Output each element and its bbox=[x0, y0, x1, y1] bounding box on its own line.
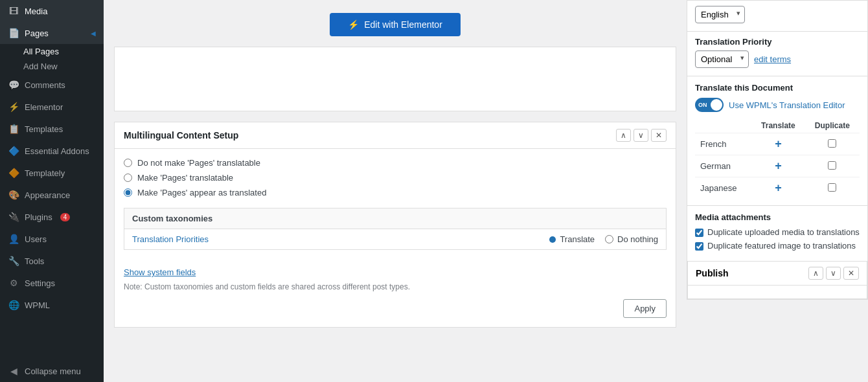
sidebar-item-label: Comments bbox=[25, 80, 65, 90]
duplicate-featured-checkbox[interactable] bbox=[695, 242, 703, 251]
radio-appear-translated-input[interactable] bbox=[124, 188, 132, 197]
duplicate-checkbox-german[interactable] bbox=[828, 161, 836, 170]
mlcs-down-button[interactable]: ∨ bbox=[634, 129, 648, 142]
right-panel: English Translation Priority Optional ed… bbox=[687, 0, 868, 382]
duplicate-media-label: Duplicate uploaded media to translations bbox=[707, 227, 860, 237]
mlcs-up-button[interactable]: ∧ bbox=[616, 129, 631, 142]
elementor-button-area: ⚡ Edit with Elementor bbox=[114, 8, 676, 47]
sidebar: 🎞 Media 📄 Pages ◀ All Pages Add New 💬 Co… bbox=[0, 0, 104, 382]
plus-icon-japanese[interactable]: + bbox=[775, 181, 782, 194]
tax-nothing-option[interactable]: Do nothing bbox=[605, 234, 658, 244]
publish-down-button[interactable]: ∨ bbox=[826, 267, 841, 280]
duplicate-checkbox-french[interactable] bbox=[828, 139, 836, 148]
language-select-wrap: English bbox=[695, 6, 745, 23]
priority-select[interactable]: Optional bbox=[695, 51, 749, 68]
sidebar-collapse-menu[interactable]: ◀ Collapse menu bbox=[0, 360, 104, 382]
mlcs-note: Note: Custom taxonomies and custom field… bbox=[124, 282, 667, 291]
wpml-toggle[interactable]: ON bbox=[695, 98, 724, 112]
lang-cell-french: French bbox=[695, 133, 751, 155]
duplicate-featured-label: Duplicate featured image to translations bbox=[707, 241, 856, 251]
sidebar-item-templates[interactable]: 📋 Templates bbox=[0, 118, 104, 140]
publish-close-button[interactable]: ✕ bbox=[843, 267, 859, 280]
sidebar-sub-all-pages[interactable]: All Pages bbox=[0, 44, 104, 59]
sidebar-item-plugins[interactable]: 🔌 Plugins 4 bbox=[0, 206, 104, 228]
publish-controls: ∧ ∨ ✕ bbox=[808, 267, 859, 280]
duplicate-cell-german bbox=[805, 155, 860, 177]
tax-translate-label: Translate bbox=[560, 234, 595, 244]
sidebar-item-comments[interactable]: 💬 Comments bbox=[0, 74, 104, 96]
sidebar-item-label: Tools bbox=[25, 256, 44, 266]
radio-not-translatable-input[interactable] bbox=[124, 159, 132, 167]
table-row: French + bbox=[695, 133, 860, 155]
sidebar-item-appearance[interactable]: 🎨 Appearance bbox=[0, 184, 104, 206]
custom-tax-header: Custom taxonomies bbox=[124, 208, 666, 229]
language-select[interactable]: English bbox=[695, 6, 745, 23]
table-row: Japanese + bbox=[695, 177, 860, 199]
custom-tax-title: Custom taxonomies bbox=[132, 214, 212, 223]
sidebar-item-tools[interactable]: 🔧 Tools bbox=[0, 250, 104, 272]
rpanel-section: English Translation Priority Optional ed… bbox=[687, 0, 868, 300]
lang-cell-german: German bbox=[695, 155, 751, 177]
sidebar-item-label: Elementor bbox=[25, 102, 63, 112]
lang-cell-japanese: Japanese bbox=[695, 177, 751, 199]
main-content: ⚡ Edit with Elementor Multilingual Conte… bbox=[104, 0, 687, 382]
sidebar-item-label: Essential Addons bbox=[25, 146, 89, 156]
sidebar-item-pages[interactable]: 📄 Pages ◀ bbox=[0, 22, 104, 44]
sidebar-item-users[interactable]: 👤 Users bbox=[0, 228, 104, 250]
edit-with-elementor-button[interactable]: ⚡ Edit with Elementor bbox=[330, 13, 461, 36]
radio-not-translatable[interactable]: Do not make 'Pages' translatable bbox=[124, 158, 667, 168]
elementor-btn-icon: ⚡ bbox=[348, 19, 359, 30]
show-system-fields-link[interactable]: Show system fields bbox=[124, 267, 667, 277]
mlcs-controls: ∧ ∨ ✕ bbox=[616, 129, 667, 142]
duplicate-cell-french bbox=[805, 133, 860, 155]
tax-translate-option[interactable]: Translate bbox=[549, 234, 595, 244]
duplicate-media-option[interactable]: Duplicate uploaded media to translations bbox=[695, 227, 860, 237]
plus-icon-german[interactable]: + bbox=[775, 159, 782, 172]
mlcs-body: Do not make 'Pages' translatable Make 'P… bbox=[115, 149, 676, 327]
toggle-text: Use WPML's Translation Editor bbox=[729, 100, 845, 110]
users-icon: 👤 bbox=[8, 233, 19, 245]
collapse-icon: ◀ bbox=[8, 365, 19, 377]
sidebar-item-label: WPML bbox=[25, 300, 50, 310]
pages-arrow-icon: ◀ bbox=[91, 30, 96, 37]
radio-translatable[interactable]: Make 'Pages' translatable bbox=[124, 173, 667, 183]
duplicate-media-checkbox[interactable] bbox=[695, 229, 703, 237]
appearance-icon: 🎨 bbox=[8, 189, 19, 201]
wpml-icon: 🌐 bbox=[8, 299, 19, 311]
duplicate-featured-option[interactable]: Duplicate featured image to translations bbox=[695, 241, 860, 251]
translate-cell-french: + bbox=[751, 133, 805, 155]
toggle-knob bbox=[711, 99, 722, 111]
tax-nothing-input[interactable] bbox=[605, 235, 613, 243]
tax-translate-dot bbox=[549, 236, 556, 243]
sidebar-item-label: Templates bbox=[25, 124, 63, 134]
duplicate-checkbox-japanese[interactable] bbox=[828, 183, 836, 192]
priority-select-wrap: Optional bbox=[695, 51, 749, 68]
sidebar-sub-add-new[interactable]: Add New bbox=[0, 59, 104, 74]
duplicate-col-header: Duplicate bbox=[805, 118, 860, 133]
plus-icon-french[interactable]: + bbox=[775, 137, 782, 150]
translation-priority-label: Translation Priority bbox=[695, 37, 860, 47]
sidebar-item-wpml[interactable]: 🌐 WPML bbox=[0, 294, 104, 316]
publish-section: Publish ∧ ∨ ✕ bbox=[687, 261, 867, 299]
mlcs-close-button[interactable]: ✕ bbox=[651, 129, 667, 142]
edit-terms-link[interactable]: edit terms bbox=[754, 54, 791, 64]
sidebar-item-templately[interactable]: 🔶 Templately bbox=[0, 162, 104, 184]
translate-doc-section: Translate this Document ON Use WPML's Tr… bbox=[687, 76, 867, 205]
radio-appear-translated[interactable]: Make 'Pages' appear as translated bbox=[124, 188, 667, 197]
apply-button[interactable]: Apply bbox=[623, 299, 667, 318]
radio-translatable-input[interactable] bbox=[124, 174, 132, 182]
sidebar-item-media[interactable]: 🎞 Media bbox=[0, 0, 104, 22]
duplicate-cell-japanese bbox=[805, 177, 860, 199]
sidebar-item-label: Users bbox=[25, 234, 47, 244]
elementor-icon: ⚡ bbox=[8, 101, 19, 113]
translate-doc-title: Translate this Document bbox=[695, 83, 860, 93]
sidebar-item-elementor[interactable]: ⚡ Elementor bbox=[0, 96, 104, 118]
lang-col-header bbox=[695, 118, 751, 133]
sidebar-item-essential-addons[interactable]: 🔷 Essential Addons bbox=[0, 140, 104, 162]
publish-up-button[interactable]: ∧ bbox=[808, 267, 823, 280]
radio-group: Do not make 'Pages' translatable Make 'P… bbox=[124, 158, 667, 197]
templates-icon: 📋 bbox=[8, 123, 19, 135]
elementor-btn-label: Edit with Elementor bbox=[364, 19, 442, 30]
sidebar-item-settings[interactable]: ⚙ Settings bbox=[0, 272, 104, 294]
media-attachments-title: Media attachments bbox=[695, 212, 860, 222]
